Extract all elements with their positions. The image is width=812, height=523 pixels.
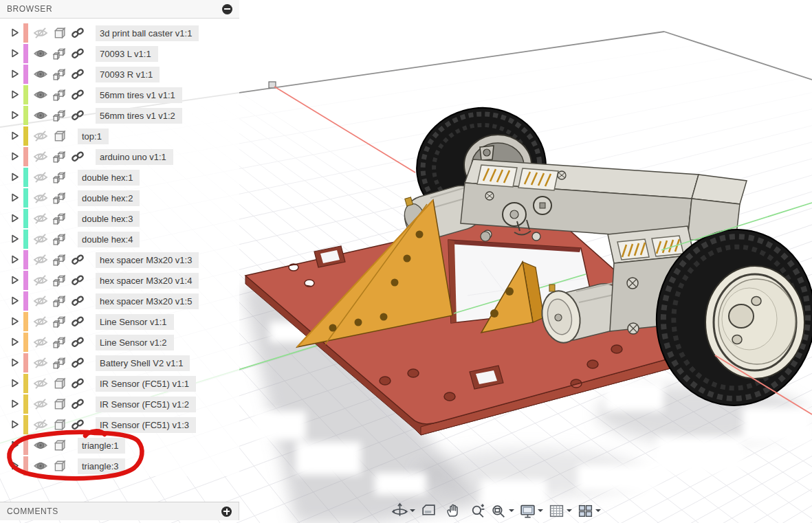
component-label: 70093 R v1:1 [96,67,160,82]
browser-row[interactable]: double hex:1 [0,167,239,188]
visibility-eye-off-icon[interactable] [32,336,49,348]
component-label: hex spacer M3x20 v1:3 [96,252,199,268]
visibility-eye-icon[interactable] [32,460,49,472]
visibility-eye-icon[interactable] [32,47,49,60]
disclosure-arrow-icon[interactable] [8,296,22,307]
grid-and-snaps-button[interactable] [547,501,566,520]
browser-row[interactable]: hex spacer M3x20 v1:5 [0,291,239,311]
visibility-eye-off-icon[interactable] [32,192,49,204]
link-icon [69,398,86,410]
fit-dropdown-caret[interactable] [509,509,514,512]
visibility-eye-off-icon[interactable] [32,398,49,410]
disclosure-arrow-icon[interactable] [8,131,22,142]
browser-row[interactable]: 56mm tires v1 v1:2 [0,105,239,126]
viewports-button[interactable] [575,501,595,520]
fit-button[interactable] [489,501,508,520]
disclosure-arrow-icon[interactable] [8,89,22,100]
browser-row[interactable]: 70093 L v1:1 [0,43,239,64]
disclosure-arrow-icon[interactable] [8,316,22,327]
disclosure-arrow-icon[interactable] [8,378,22,389]
orbit-button[interactable] [390,501,409,520]
browser-row[interactable]: top:1 [0,126,239,146]
visibility-eye-icon[interactable] [32,89,49,101]
visibility-eye-off-icon[interactable] [32,254,49,266]
disclosure-arrow-icon[interactable] [8,48,22,59]
component-icon [50,192,68,204]
browser-row[interactable]: IR Sensor (FC51) v1:1 [0,373,239,394]
disclosure-arrow-icon[interactable] [8,460,22,471]
fit-icon [490,502,507,520]
disclosure-arrow-icon[interactable] [8,440,22,451]
visibility-eye-off-icon[interactable] [32,151,49,163]
browser-row[interactable]: 3d print ball caster v1:1 [0,23,239,43]
disclosure-arrow-icon[interactable] [8,192,22,203]
display-settings-dropdown-caret[interactable] [538,509,543,512]
browser-row[interactable]: Line Sensor v1:2 [0,332,239,353]
disclosure-arrow-icon[interactable] [8,172,22,183]
disclosure-arrow-icon[interactable] [8,399,22,410]
visibility-eye-off-icon[interactable] [32,357,49,369]
visibility-eye-off-icon[interactable] [32,233,49,245]
disclosure-arrow-icon[interactable] [8,213,22,224]
link-icon [69,295,86,307]
disclosure-arrow-icon[interactable] [8,357,22,368]
visibility-eye-off-icon[interactable] [32,274,49,287]
visibility-eye-off-icon[interactable] [32,315,49,328]
visibility-eye-icon[interactable] [32,68,49,80]
component-color-swatch [23,271,28,290]
visibility-eye-off-icon[interactable] [32,295,49,307]
orbit-dropdown-caret[interactable] [410,509,415,512]
component-label: double hex:2 [78,190,140,206]
visibility-eye-off-icon[interactable] [32,171,49,183]
visibility-eye-icon[interactable] [32,439,49,452]
link-icon [69,254,86,266]
minus-circle-icon[interactable] [222,4,232,14]
browser-row[interactable]: double hex:2 [0,188,239,208]
viewports-dropdown-caret[interactable] [595,509,601,512]
visibility-eye-off-icon[interactable] [32,377,49,390]
visibility-eye-icon[interactable] [32,109,49,122]
grid-dropdown-caret[interactable] [567,509,572,512]
browser-panel-title: BROWSER [7,4,222,14]
visibility-eye-off-icon[interactable] [32,212,49,225]
browser-row[interactable]: 56mm tires v1 v1:1 [0,85,239,105]
browser-row[interactable]: double hex:3 [0,208,239,229]
component-label: double hex:4 [78,232,140,247]
component-label: hex spacer M3x20 v1:5 [96,293,199,309]
component-color-swatch [23,188,28,208]
visibility-eye-off-icon[interactable] [32,419,49,431]
browser-row[interactable]: IR Sensor (FC51) v1:2 [0,394,239,414]
browser-row[interactable]: double hex:4 [0,229,239,249]
look-at-button[interactable] [419,501,438,520]
component-color-swatch [23,353,28,372]
disclosure-arrow-icon[interactable] [8,419,22,430]
component-color-swatch [23,436,28,455]
disclosure-arrow-icon[interactable] [8,275,22,286]
component-color-swatch [23,230,28,249]
display-settings-icon [519,502,536,520]
browser-row[interactable]: hex spacer M3x20 v1:3 [0,249,239,270]
browser-row[interactable]: triangle:3 [0,456,239,476]
display-settings-button[interactable] [518,501,537,520]
browser-row[interactable]: 70093 R v1:1 [0,64,239,85]
browser-row[interactable]: Battery Shell V2 v1:1 [0,353,239,373]
browser-panel: BROWSER 3d print ball caster v1:1 70093 … [0,0,239,476]
disclosure-arrow-icon[interactable] [8,151,22,162]
disclosure-arrow-icon[interactable] [8,110,22,121]
disclosure-arrow-icon[interactable] [8,69,22,80]
browser-row[interactable]: IR Sensor (FC51) v1:3 [0,414,239,435]
link-icon [69,336,86,348]
disclosure-arrow-icon[interactable] [8,337,22,348]
disclosure-arrow-icon[interactable] [8,234,22,245]
browser-row[interactable]: hex spacer M3x20 v1:4 [0,270,239,291]
disclosure-arrow-icon[interactable] [8,27,22,38]
plus-circle-icon[interactable] [221,507,232,517]
browser-row[interactable]: arduino uno v1:1 [0,146,239,167]
visibility-eye-off-icon[interactable] [32,27,49,39]
browser-row[interactable]: triangle:1 [0,435,239,456]
disclosure-arrow-icon[interactable] [8,254,22,265]
browser-row[interactable]: Line Sensor v1:1 [0,311,239,332]
zoom-button[interactable] [468,501,487,520]
visibility-eye-off-icon[interactable] [32,130,49,142]
pan-button[interactable] [443,501,463,520]
